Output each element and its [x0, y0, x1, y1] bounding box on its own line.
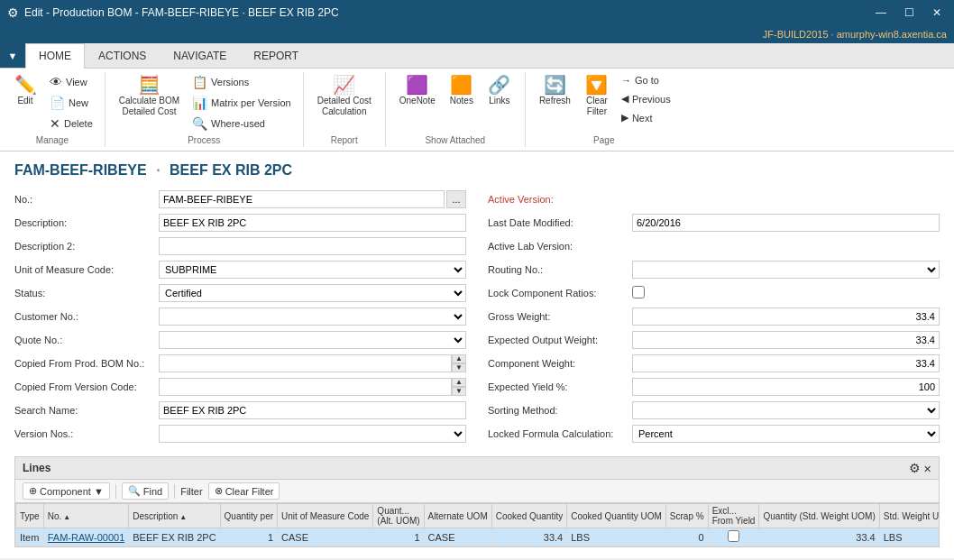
field-no: No.: ...: [14, 189, 466, 209]
copied-bom-down[interactable]: ▼: [452, 363, 466, 372]
description-input[interactable]: [159, 214, 466, 232]
col-scrap: Scrap %: [665, 504, 708, 528]
tab-navigate[interactable]: NAVIGATE: [160, 43, 240, 68]
filter-label: Filter: [180, 486, 202, 497]
go-to-button[interactable]: → Go to: [617, 72, 675, 88]
component-weight-input[interactable]: [632, 354, 940, 372]
locked-formula-select[interactable]: Percent: [632, 425, 940, 443]
status-select[interactable]: Certified: [159, 284, 466, 302]
previous-button[interactable]: ◀ Previous: [617, 90, 675, 107]
col-no[interactable]: No.▲: [43, 504, 129, 528]
clear-filter-button[interactable]: 🔽 ClearFilter: [579, 72, 615, 121]
copied-version-input[interactable]: [159, 378, 452, 396]
ribbon-group-attached: 🟪 OneNote 🟧 Notes 🔗 Links Show Attached: [386, 72, 526, 147]
component-button[interactable]: ⊕ Component ▼: [23, 482, 110, 500]
tab-home[interactable]: HOME: [25, 43, 85, 69]
field-last-modified: Last Date Modified:: [488, 213, 940, 233]
report-buttons: 📈 Detailed CostCalculation: [311, 72, 378, 133]
matrix-icon: 📊: [192, 96, 207, 110]
process-col: 📋 Versions 📊 Matrix per Version 🔍 Where-…: [188, 72, 296, 133]
col-description[interactable]: Description▲: [129, 504, 220, 528]
expand-icon[interactable]: ✕: [923, 464, 931, 474]
expected-output-input[interactable]: [632, 331, 940, 349]
refresh-button[interactable]: 🔄 Refresh: [533, 72, 577, 110]
cell-no[interactable]: FAM-RAW-00001: [43, 528, 129, 546]
nav-group: → Go to ◀ Previous ▶ Next: [617, 72, 675, 126]
process-label: Process: [113, 133, 296, 147]
view-button[interactable]: 👁 View: [45, 72, 97, 92]
table-row[interactable]: Item FAM-RAW-00001 BEEF EX RIB 2PC 1 CAS…: [16, 528, 940, 546]
minimize-button[interactable]: —: [870, 5, 892, 21]
lines-table: Type No.▲ Description▲ Quantity per Unit…: [15, 503, 939, 546]
expected-yield-input[interactable]: [632, 378, 940, 396]
description2-input[interactable]: [159, 237, 466, 255]
edit-icon: ✏️: [14, 76, 37, 94]
next-button[interactable]: ▶ Next: [617, 109, 675, 126]
onenote-icon: 🟪: [406, 76, 428, 94]
ribbon: ▼ HOME ACTIONS NAVIGATE REPORT ✏️ Edit 👁…: [0, 43, 954, 151]
copied-bom-input[interactable]: [159, 354, 452, 372]
table-header-row: Type No.▲ Description▲ Quantity per Unit…: [16, 504, 940, 528]
calculate-bom-button[interactable]: 🧮 Calculate BOMDetailed Cost: [113, 72, 186, 121]
quote-no-select[interactable]: [159, 331, 466, 349]
ribbon-arrow[interactable]: ▼: [0, 43, 25, 68]
copied-version-up[interactable]: ▲: [452, 378, 466, 387]
tab-actions[interactable]: ACTIONS: [85, 43, 160, 68]
gross-weight-input[interactable]: [632, 308, 940, 326]
version-nos-select[interactable]: [159, 425, 466, 443]
find-button[interactable]: 🔍 Find: [122, 482, 169, 500]
lock-component-checkbox[interactable]: [632, 286, 645, 298]
sorting-method-select[interactable]: [632, 401, 940, 419]
server-info: JF-BUILD2015 · amurphy-win8.axentia.ca: [763, 29, 947, 40]
field-uom: Unit of Measure Code: SUBPRIME: [14, 260, 466, 280]
customer-no-select[interactable]: [159, 308, 466, 326]
onenote-button[interactable]: 🟪 OneNote: [393, 72, 442, 110]
delete-button[interactable]: ✕ Delete: [45, 114, 97, 133]
no-lookup-button[interactable]: ...: [446, 190, 466, 208]
versions-button[interactable]: 📋 Versions: [188, 72, 296, 92]
copied-version-down[interactable]: ▼: [452, 387, 466, 396]
cell-cooked-uom: LBS: [567, 528, 666, 546]
cell-cooked-qty: 33.4: [491, 528, 567, 546]
field-active-version: Active Version:: [488, 189, 940, 209]
links-button[interactable]: 🔗 Links: [482, 72, 518, 110]
edit-button[interactable]: ✏️ Edit: [7, 72, 43, 110]
notes-button[interactable]: 🟧 Notes: [444, 72, 480, 110]
detailed-cost-button[interactable]: 📈 Detailed CostCalculation: [311, 72, 378, 121]
routing-no-select[interactable]: [632, 261, 940, 279]
col-quant-alt: Quant...(Alt. UOM): [373, 504, 424, 528]
col-excl: Excl...From Yield: [708, 504, 759, 528]
lines-section: Lines ⚙ ✕ ⊕ Component ▼ 🔍 Find Filter ⊗ …: [14, 456, 940, 547]
tab-report[interactable]: REPORT: [240, 43, 312, 68]
field-lock-component: Lock Component Ratios:: [488, 283, 940, 303]
component-dropdown-icon: ▼: [94, 486, 104, 497]
field-customer-no: Customer No.:: [14, 307, 466, 326]
find-icon: 🔍: [128, 485, 141, 497]
versions-icon: 📋: [192, 75, 207, 89]
settings-icon[interactable]: ⚙: [909, 461, 921, 475]
field-active-lab: Active Lab Version:: [488, 236, 940, 256]
copied-bom-up[interactable]: ▲: [452, 354, 466, 363]
excl-checkbox[interactable]: [728, 530, 739, 542]
cell-type: Item: [16, 528, 44, 546]
where-used-icon: 🔍: [192, 116, 207, 131]
new-button[interactable]: 📄 New: [45, 93, 97, 113]
report-label: Report: [311, 133, 378, 147]
cell-uom: CASE: [278, 528, 373, 546]
field-description: Description:: [14, 213, 466, 233]
uom-select[interactable]: SUBPRIME: [159, 261, 466, 279]
toolbar-sep1: [115, 484, 116, 499]
clear-filter-button[interactable]: ⊗ Clear Filter: [208, 482, 280, 500]
no-input-group: ...: [159, 190, 466, 208]
copied-version-group: ▲ ▼: [159, 378, 466, 396]
view-icon: 👁: [50, 75, 62, 89]
maximize-button[interactable]: ☐: [899, 5, 920, 21]
matrix-per-version-button[interactable]: 📊 Matrix per Version: [188, 93, 296, 113]
col-cooked-uom: Cooked Quantity UOM: [567, 504, 666, 528]
close-button[interactable]: ✕: [927, 5, 947, 21]
no-input[interactable]: [159, 190, 445, 208]
search-name-input[interactable]: [159, 401, 466, 419]
page-title: FAM-BEEF-RIBEYE · BEEF EX RIB 2PC: [14, 162, 940, 179]
last-modified-input[interactable]: [632, 214, 940, 232]
where-used-button[interactable]: 🔍 Where-used: [188, 114, 296, 133]
